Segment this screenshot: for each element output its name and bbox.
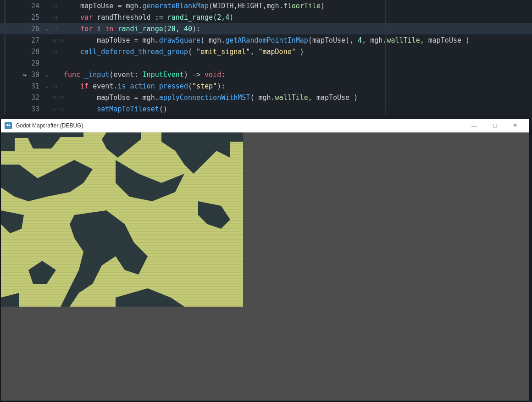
line-gutter: 24 (0, 2, 43, 10)
code-content[interactable]: func _input(event: InputEvent) -> void: (64, 71, 532, 79)
window-title: Godot Mapcrafter (DEBUG) (16, 122, 464, 129)
code-line[interactable]: 25›ı var randThreshold := randi_range(2,… (0, 11, 532, 23)
line-gutter: 32 (0, 94, 43, 102)
indent-guide-icon: ›ı (58, 106, 64, 111)
fold-gutter: ›ı (43, 49, 64, 54)
editor-left-accent (4, 0, 6, 115)
code-line[interactable]: 29 (0, 57, 532, 69)
window-titlebar[interactable]: Godot Mapcrafter (DEBUG) — ▢ ✕ (1, 119, 529, 132)
editor-ruler-1 (385, 0, 386, 115)
indent-guide-icon: ›ı (51, 106, 56, 111)
line-number: 31 (28, 82, 39, 90)
fold-gutter: ⌄›ı (43, 83, 64, 88)
code-line[interactable]: 24›ı mapToUse = mgh.generateBlankMap(WID… (0, 0, 532, 11)
code-content[interactable]: var randThreshold := randi_range(2,4) (64, 13, 532, 22)
line-gutter: 25 (0, 13, 43, 22)
minimize-button[interactable]: — (464, 119, 484, 132)
fold-chevron-icon[interactable]: ⌄ (46, 72, 50, 77)
line-gutter: 26 (0, 25, 43, 33)
game-debug-window[interactable]: Godot Mapcrafter (DEBUG) — ▢ ✕ (1, 119, 529, 401)
code-line[interactable]: ↪30⌄func _input(event: InputEvent) -> vo… (0, 69, 532, 80)
line-number: 30 (28, 71, 39, 79)
fold-gutter: ⌄›ı (43, 26, 64, 31)
line-gutter: 27 (0, 36, 43, 44)
editor-ruler-2 (468, 0, 468, 115)
code-content[interactable]: for i in randi_range(20, 40): (64, 25, 532, 33)
line-number: 29 (28, 59, 39, 67)
code-content[interactable]: mapToUse = mgh.drawSquare( mgh.getARando… (64, 36, 532, 44)
indent-guide-icon: ›ı (58, 95, 64, 100)
indent-guide-icon: ›ı (52, 83, 58, 88)
indent-guide-icon: ›ı (51, 38, 56, 43)
line-gutter: 29 (0, 59, 43, 67)
godot-icon (5, 122, 12, 129)
generated-map (1, 132, 243, 307)
fold-gutter: ›ı›ı (43, 38, 64, 43)
code-line[interactable]: 28›ı call_deferred_thread_group( "emit_s… (0, 46, 532, 57)
code-content[interactable]: mapToUse = mgh.applyConnectionWithMST( m… (64, 94, 532, 102)
code-content[interactable]: setMapToTileset() (64, 105, 532, 113)
line-number: 24 (28, 2, 39, 10)
window-controls: — ▢ ✕ (464, 119, 526, 132)
fold-chevron-icon[interactable]: ⌄ (46, 83, 50, 88)
code-content[interactable]: if event.is_action_pressed("step"): (64, 82, 532, 90)
indent-guide-icon: ›ı (52, 3, 58, 8)
indent-guide-icon: ›ı (51, 95, 56, 100)
line-gutter: 28 (0, 48, 43, 56)
code-line[interactable]: 26⌄›ı for i in randi_range(20, 40): (0, 23, 532, 34)
indent-guide-icon: ›ı (52, 26, 58, 31)
line-number: 25 (28, 13, 39, 22)
line-gutter: ↪30 (0, 71, 43, 79)
line-number: 28 (28, 48, 39, 56)
code-line[interactable]: 31⌄›ı if event.is_action_pressed("step")… (0, 80, 532, 92)
code-content[interactable]: mapToUse = mgh.generateBlankMap(WIDTH,HE… (64, 2, 532, 10)
fold-gutter: ›ı›ı (43, 95, 64, 100)
fold-gutter: ›ı›ı (43, 106, 64, 111)
indent-guide-icon: ›ı (58, 38, 64, 43)
code-line[interactable]: 32›ı›ı mapToUse = mgh.applyConnectionWit… (0, 92, 532, 103)
execute-marker-icon: ↪ (23, 71, 27, 78)
maximize-button[interactable]: ▢ (484, 119, 505, 132)
fold-gutter: ⌄ (43, 72, 64, 77)
line-gutter: 31 (0, 82, 43, 90)
game-viewport[interactable] (1, 132, 529, 401)
close-button[interactable]: ✕ (505, 119, 526, 132)
line-gutter: 33 (0, 105, 43, 113)
line-number: 26 (28, 25, 39, 33)
code-line[interactable]: 27›ı›ı mapToUse = mgh.drawSquare( mgh.ge… (0, 34, 532, 46)
line-number: 27 (28, 36, 39, 44)
code-editor[interactable]: 24›ı mapToUse = mgh.generateBlankMap(WID… (0, 0, 532, 115)
code-content[interactable]: call_deferred_thread_group( "emit_signal… (64, 48, 532, 56)
code-line[interactable]: 33›ı›ı setMapToTileset() (0, 103, 532, 115)
indent-guide-icon: ›ı (52, 49, 58, 54)
fold-gutter: ›ı (43, 3, 64, 8)
line-number: 33 (28, 105, 39, 113)
fold-gutter: ›ı (43, 15, 64, 20)
indent-guide-icon: ›ı (52, 15, 58, 20)
fold-chevron-icon[interactable]: ⌄ (46, 26, 50, 31)
line-number: 32 (28, 94, 39, 102)
